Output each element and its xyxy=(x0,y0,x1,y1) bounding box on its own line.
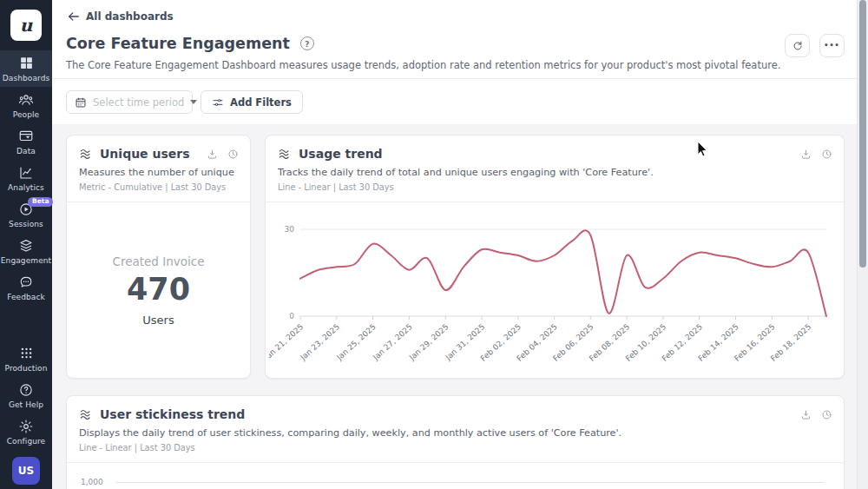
refresh-button[interactable] xyxy=(785,34,810,57)
people-icon xyxy=(18,92,34,108)
history-clock-icon[interactable] xyxy=(227,149,239,160)
app-logo-letter: u xyxy=(20,15,33,36)
card-meta: Metric - Cumulative | Last 30 Days xyxy=(79,182,238,192)
main-content: All dashboards Core Feature Engagement T… xyxy=(52,0,868,489)
drag-handle-icon[interactable] xyxy=(79,407,93,421)
sidebar-item-label: Configure xyxy=(7,437,46,446)
user-stickiness-card: User stickiness trend Displays the daily… xyxy=(66,395,845,489)
sidebar-item-production[interactable]: Production xyxy=(0,340,52,377)
sidebar-item-dashboards[interactable]: Dashboards xyxy=(0,50,52,87)
unique-users-card-header: Unique users Measures the number of uniq… xyxy=(67,135,250,202)
card-title: User stickiness trend xyxy=(100,407,245,421)
sidebar-item-sessions[interactable]: BetaSessions xyxy=(0,196,52,233)
calendar-icon xyxy=(75,96,87,109)
download-icon[interactable] xyxy=(800,409,812,420)
card-description: Measures the number of unique user... xyxy=(79,167,238,178)
usage-trend-line-chart: 300Jan 21, 2025Jan 23, 2025Jan 25, 2025J… xyxy=(269,202,838,379)
usage-trend-card-header: Usage trend Tracks the daily trend of to… xyxy=(266,135,844,202)
sidebar-item-label: Dashboards xyxy=(3,74,50,83)
sidebar-item-engagement[interactable]: Engagement xyxy=(0,233,52,269)
card-description: Displays the daily trend of user stickin… xyxy=(79,427,832,439)
sidebar-item-label: Data xyxy=(16,147,36,155)
sidebar-item-label: Sessions xyxy=(9,220,43,228)
svg-text:Jan 29, 2025: Jan 29, 2025 xyxy=(407,322,450,362)
back-arrow-icon xyxy=(68,11,80,22)
ellipsis-icon: ••• xyxy=(824,42,839,50)
add-filters-label: Add Filters xyxy=(230,96,292,109)
page-title-row: Core Feature Engagement xyxy=(66,35,314,52)
card-meta: Line - Linear | Last 30 Days xyxy=(278,182,832,192)
drag-handle-icon[interactable] xyxy=(79,147,93,161)
sidebar-item-get-help[interactable]: Get Help xyxy=(0,377,52,413)
svg-text:Jan 27, 2025: Jan 27, 2025 xyxy=(371,322,414,362)
configure-icon xyxy=(18,419,34,434)
card-title: Unique users xyxy=(100,147,190,161)
gridline xyxy=(115,482,825,483)
sidebar: u DashboardsPeopleDataAnalyticsBetaSessi… xyxy=(0,0,52,489)
user-avatar[interactable]: US xyxy=(12,457,40,485)
history-clock-icon[interactable] xyxy=(821,149,832,160)
analytics-icon xyxy=(18,165,34,181)
beta-badge: Beta xyxy=(28,197,53,207)
sidebar-nav-top: DashboardsPeopleDataAnalyticsBetaSession… xyxy=(0,50,52,306)
engagement-icon xyxy=(18,238,34,254)
time-period-select[interactable]: Select time period xyxy=(66,90,193,114)
page-header: All dashboards Core Feature Engagement T… xyxy=(52,0,868,124)
refresh-icon xyxy=(792,40,804,52)
page-description: The Core Feature Engagement Dashboard me… xyxy=(66,59,780,71)
back-to-all-dashboards-link[interactable]: All dashboards xyxy=(68,10,174,23)
history-clock-icon[interactable] xyxy=(821,409,832,420)
sidebar-item-configure[interactable]: Configure xyxy=(0,413,52,450)
card-actions xyxy=(800,409,832,420)
header-actions: ••• xyxy=(785,34,845,57)
metric-label: Created Invoice xyxy=(67,254,250,268)
usage-trend-chart: 300Jan 21, 2025Jan 23, 2025Jan 25, 2025J… xyxy=(266,202,844,379)
time-period-placeholder: Select time period xyxy=(93,96,184,109)
filter-toolbar: Select time period Add Filters xyxy=(66,90,303,114)
app-logo[interactable]: u xyxy=(10,10,42,41)
help-icon[interactable] xyxy=(300,36,314,50)
card-description: Tracks the daily trend of total and uniq… xyxy=(278,167,832,178)
sidebar-item-label: Production xyxy=(5,364,48,373)
data-icon xyxy=(18,129,34,144)
sidebar-item-data[interactable]: Data xyxy=(0,123,52,160)
logo-wrap: u xyxy=(0,0,52,50)
card-title: Usage trend xyxy=(299,147,383,161)
get-help-icon xyxy=(18,382,34,398)
chevron-down-icon xyxy=(190,100,197,104)
card-meta: Line - Linear | Last 30 Days xyxy=(79,443,832,453)
drag-handle-icon[interactable] xyxy=(278,147,292,161)
dashboards-icon xyxy=(19,56,34,71)
sidebar-item-label: People xyxy=(13,110,40,119)
filter-sliders-icon xyxy=(212,96,224,109)
sidebar-item-analytics[interactable]: Analytics xyxy=(0,160,52,196)
sidebar-item-feedback[interactable]: Feedback xyxy=(0,269,52,306)
more-options-button[interactable]: ••• xyxy=(819,34,845,57)
sidebar-item-label: Get Help xyxy=(9,400,43,409)
back-link-label: All dashboards xyxy=(86,10,174,23)
download-icon[interactable] xyxy=(800,149,812,160)
add-filters-button[interactable]: Add Filters xyxy=(201,90,303,114)
metric-body: Created Invoice 470 Users xyxy=(67,254,250,327)
sidebar-item-label: Engagement xyxy=(1,256,51,265)
header-divider xyxy=(52,78,868,79)
card-actions xyxy=(800,149,832,160)
svg-text:Jan 23, 2025: Jan 23, 2025 xyxy=(298,322,341,362)
svg-text:30: 30 xyxy=(285,225,295,234)
usage-trend-card: Usage trend Tracks the daily trend of to… xyxy=(265,135,845,379)
sidebar-nav-bottom: ProductionGet HelpConfigure xyxy=(0,340,52,450)
sessions-icon: Beta xyxy=(18,202,34,217)
svg-text:0: 0 xyxy=(289,312,294,320)
scrollbar-thumb[interactable] xyxy=(859,0,866,268)
y-axis-tick-label: 1,000 xyxy=(81,478,103,486)
metric-value: 470 xyxy=(67,272,250,307)
card-actions xyxy=(207,149,239,160)
sidebar-item-people[interactable]: People xyxy=(0,87,52,123)
sidebar-item-label: Feedback xyxy=(7,293,45,301)
svg-text:Jan 25, 2025: Jan 25, 2025 xyxy=(334,322,378,362)
scrollbar-track[interactable] xyxy=(857,0,868,489)
metric-unit: Users xyxy=(67,314,250,327)
download-icon[interactable] xyxy=(207,149,218,160)
user-stickiness-chart: 1,000 xyxy=(67,463,844,489)
sidebar-item-label: Analytics xyxy=(8,183,44,192)
